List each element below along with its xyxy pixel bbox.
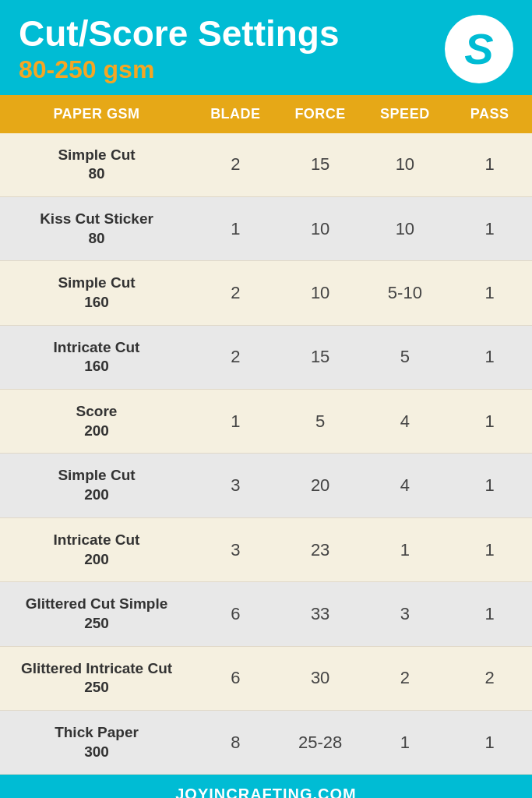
table-row: Glittered Cut Simple 250 6 33 3 1 bbox=[0, 582, 532, 646]
cell-speed: 5 bbox=[363, 326, 448, 389]
cell-name: Score 200 bbox=[0, 390, 193, 453]
cell-name: Kiss Cut Sticker 80 bbox=[0, 197, 193, 260]
cell-speed: 4 bbox=[363, 454, 448, 517]
footer-text: JOYINCRAFTING.COM bbox=[175, 786, 357, 798]
cell-pass: 2 bbox=[447, 647, 532, 710]
col-speed: SPEED bbox=[363, 95, 448, 133]
header: Cut/Score Settings 80-250 gsm S bbox=[0, 0, 532, 95]
table-row: Score 200 1 5 4 1 bbox=[0, 390, 532, 454]
col-paper-gsm: PAPER GSM bbox=[0, 95, 193, 133]
cell-speed: 2 bbox=[363, 647, 448, 710]
cell-speed: 3 bbox=[363, 582, 448, 645]
table-row: Glittered Intricate Cut 250 6 30 2 2 bbox=[0, 647, 532, 711]
table-header: PAPER GSM BLADE FORCE SPEED PASS bbox=[0, 95, 532, 133]
cell-speed: 5-10 bbox=[363, 261, 448, 324]
table-row: Intricate Cut 160 2 15 5 1 bbox=[0, 326, 532, 390]
cell-pass: 1 bbox=[447, 454, 532, 517]
logo-circle: S bbox=[445, 15, 513, 83]
cell-pass: 1 bbox=[447, 133, 532, 196]
cell-blade: 2 bbox=[193, 326, 278, 389]
cell-blade: 3 bbox=[193, 454, 278, 517]
col-force: FORCE bbox=[278, 95, 363, 133]
cell-name: Intricate Cut 200 bbox=[0, 518, 193, 581]
cell-force: 25-28 bbox=[278, 711, 363, 774]
header-text: Cut/Score Settings 80-250 gsm bbox=[19, 14, 340, 84]
cell-force: 15 bbox=[278, 133, 363, 196]
cell-pass: 1 bbox=[447, 582, 532, 645]
cell-speed: 1 bbox=[363, 518, 448, 581]
cell-blade: 3 bbox=[193, 518, 278, 581]
cell-pass: 1 bbox=[447, 326, 532, 389]
table-row: Intricate Cut 200 3 23 1 1 bbox=[0, 518, 532, 582]
page-subtitle: 80-250 gsm bbox=[19, 55, 340, 84]
cell-name: Simple Cut 200 bbox=[0, 454, 193, 517]
cell-blade: 8 bbox=[193, 711, 278, 774]
cell-force: 10 bbox=[278, 197, 363, 260]
cell-pass: 1 bbox=[447, 261, 532, 324]
col-blade: BLADE bbox=[193, 95, 278, 133]
cell-force: 20 bbox=[278, 454, 363, 517]
table-row: Thick Paper 300 8 25-28 1 1 bbox=[0, 711, 532, 775]
cell-name: Thick Paper 300 bbox=[0, 711, 193, 774]
cell-speed: 1 bbox=[363, 711, 448, 774]
cell-name: Intricate Cut 160 bbox=[0, 326, 193, 389]
table-body: Simple Cut 80 2 15 10 1 Kiss Cut Sticker… bbox=[0, 133, 532, 775]
page-title: Cut/Score Settings bbox=[19, 14, 340, 54]
table-row: Simple Cut 160 2 10 5-10 1 bbox=[0, 261, 532, 325]
cell-force: 33 bbox=[278, 582, 363, 645]
cell-pass: 1 bbox=[447, 518, 532, 581]
cell-force: 5 bbox=[278, 390, 363, 453]
cell-force: 15 bbox=[278, 326, 363, 389]
cell-force: 30 bbox=[278, 647, 363, 710]
cell-speed: 10 bbox=[363, 133, 448, 196]
col-pass: PASS bbox=[447, 95, 532, 133]
cell-force: 10 bbox=[278, 261, 363, 324]
cell-name: Simple Cut 160 bbox=[0, 261, 193, 324]
cell-pass: 1 bbox=[447, 197, 532, 260]
cell-name: Glittered Intricate Cut 250 bbox=[0, 647, 193, 710]
table-row: Simple Cut 80 2 15 10 1 bbox=[0, 133, 532, 197]
cell-name: Simple Cut 80 bbox=[0, 133, 193, 196]
cell-force: 23 bbox=[278, 518, 363, 581]
table-row: Simple Cut 200 3 20 4 1 bbox=[0, 454, 532, 517]
cell-speed: 4 bbox=[363, 390, 448, 453]
cell-blade: 6 bbox=[193, 647, 278, 710]
cell-blade: 2 bbox=[193, 133, 278, 196]
cell-name: Glittered Cut Simple 250 bbox=[0, 582, 193, 645]
cell-blade: 6 bbox=[193, 582, 278, 645]
logo-letter: S bbox=[464, 23, 493, 74]
cell-blade: 1 bbox=[193, 390, 278, 453]
cell-speed: 10 bbox=[363, 197, 448, 260]
cell-pass: 1 bbox=[447, 390, 532, 453]
cell-blade: 1 bbox=[193, 197, 278, 260]
footer: JOYINCRAFTING.COM bbox=[0, 775, 532, 798]
cell-blade: 2 bbox=[193, 261, 278, 324]
cell-pass: 1 bbox=[447, 711, 532, 774]
table-row: Kiss Cut Sticker 80 1 10 10 1 bbox=[0, 197, 532, 261]
